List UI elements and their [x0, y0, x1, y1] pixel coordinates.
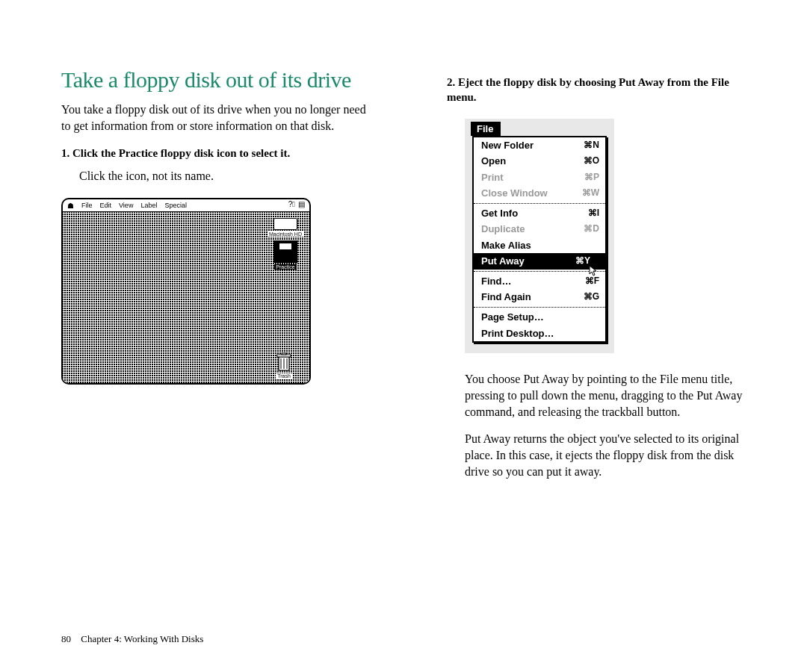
menu-item-label: Find… — [481, 275, 511, 288]
step-1-body: Click the icon, not its name. — [79, 168, 375, 184]
menu-item-print-desktop-: Print Desktop… — [474, 326, 605, 342]
trash-label: Trash — [276, 373, 292, 379]
page-number: 80 — [61, 633, 71, 644]
menu-item-find-again: Find Again⌘G — [474, 289, 605, 305]
svg-marker-6 — [590, 266, 596, 276]
menu-item-label: New Folder — [481, 139, 534, 152]
menu-item-shortcut: ⌘P — [584, 171, 599, 184]
file-menu-box: New Folder⌘NOpen⌘OPrint⌘PClose Window⌘WG… — [472, 136, 607, 343]
menu-item-label: Print — [481, 171, 504, 184]
step-2-text: Eject the floppy disk by choosing Put Aw… — [447, 76, 729, 103]
step-1-text: Click the Practice floppy disk icon to s… — [72, 147, 290, 159]
menu-item-label: Open — [481, 155, 506, 168]
app-menu-icon: ▤ — [298, 200, 305, 208]
menu-item-shortcut: ⌘O — [584, 155, 599, 168]
menu-item-print: Print⌘P — [474, 169, 605, 186]
menu-item-page-setup-: Page Setup… — [474, 309, 605, 326]
menu-item-put-away: Put Away⌘Y — [474, 253, 605, 270]
macintosh-hd-icon: Macintosh HD — [266, 218, 305, 237]
desktop-menubar: ☗ File Edit View Label Special ?⃝ ▤ — [63, 199, 309, 212]
menubar-edit: Edit — [100, 202, 112, 209]
desktop-screenshot: ☗ File Edit View Label Special ?⃝ ▤ Maci… — [61, 198, 311, 385]
step-1-number: 1. — [61, 147, 69, 159]
menu-item-new-folder: New Folder⌘N — [474, 137, 605, 154]
menu-item-label: Make Alias — [481, 239, 531, 252]
menu-item-label: Put Away — [481, 255, 525, 268]
menu-item-shortcut: ⌘Y — [575, 255, 599, 268]
menu-item-find-: Find…⌘F — [474, 273, 605, 290]
menubar-label: Label — [140, 202, 157, 209]
menu-item-open: Open⌘O — [474, 153, 605, 169]
step-2-heading: 2. Eject the floppy disk by choosing Put… — [447, 75, 761, 105]
svg-rect-5 — [282, 353, 286, 355]
page-footer: 80 Chapter 4: Working With Disks — [61, 633, 203, 645]
menu-item-label: Find Again — [481, 290, 531, 304]
file-menu-figure: File New Folder⌘NOpen⌘OPrint⌘PClose Wind… — [465, 119, 614, 354]
menubar-special: Special — [164, 202, 187, 209]
menu-item-shortcut: ⌘N — [584, 139, 599, 152]
menu-item-shortcut: ⌘W — [582, 187, 599, 200]
help-icon: ?⃝ — [288, 200, 295, 208]
explain-paragraph-2: Put Away returns the object you've selec… — [465, 431, 761, 480]
practice-floppy-icon: Practice — [266, 240, 305, 270]
menu-item-label: Duplicate — [481, 223, 525, 236]
intro-paragraph: You take a floppy disk out of its drive … — [61, 102, 375, 134]
menu-item-get-info: Get Info⌘I — [474, 205, 605, 222]
menu-separator — [474, 271, 605, 272]
menu-item-duplicate: Duplicate⌘D — [474, 221, 605, 237]
chapter-label: Chapter 4: Working With Disks — [81, 633, 203, 644]
menu-item-shortcut: ⌘D — [584, 223, 599, 236]
menu-item-shortcut: ⌘I — [588, 207, 599, 220]
explain-paragraph-1: You choose Put Away by pointing to the F… — [465, 371, 761, 420]
menu-separator — [474, 307, 605, 308]
menu-item-label: Print Desktop… — [481, 327, 554, 340]
menu-item-close-window: Close Window⌘W — [474, 185, 605, 202]
menu-item-shortcut: ⌘G — [584, 290, 599, 304]
desktop-pattern: Macintosh HD Practice — [63, 212, 309, 383]
menu-separator — [474, 203, 605, 204]
apple-menu-icon: ☗ — [67, 202, 74, 210]
menu-item-label: Page Setup… — [481, 311, 544, 324]
floppy-label: Practice — [274, 264, 296, 270]
menu-item-label: Get Info — [481, 207, 518, 220]
trash-icon: Trash — [265, 352, 303, 379]
step-2-number: 2. — [447, 76, 455, 88]
file-menu-title: File — [471, 122, 501, 136]
section-title: Take a floppy disk out of its drive — [61, 67, 375, 93]
menubar-file: File — [81, 202, 93, 209]
menu-item-make-alias: Make Alias — [474, 237, 605, 254]
menu-item-label: Close Window — [481, 187, 548, 200]
hd-label: Macintosh HD — [268, 231, 303, 237]
step-1-heading: 1. Click the Practice floppy disk icon t… — [61, 146, 375, 161]
menubar-view: View — [119, 202, 133, 209]
